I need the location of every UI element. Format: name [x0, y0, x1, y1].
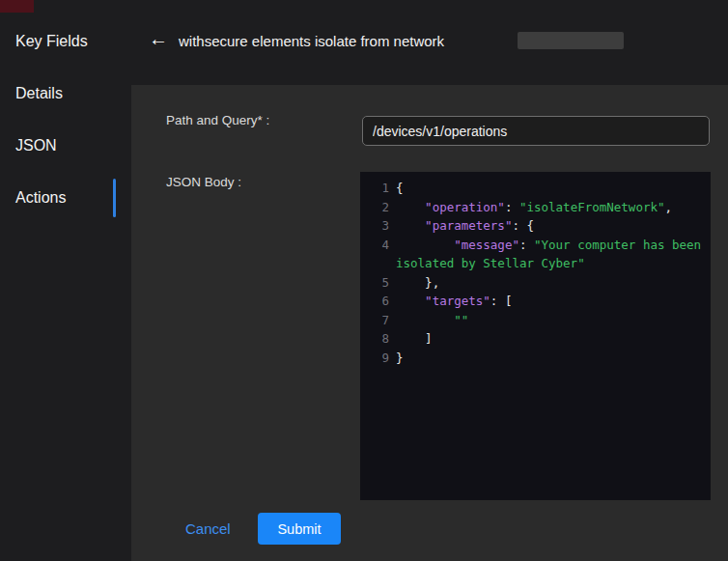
sidebar: Key FieldsDetailsJSONActions — [0, 0, 116, 561]
code-line-content: }, — [396, 273, 703, 293]
code-line: 1{ — [368, 179, 703, 198]
code-line-content: "message": "Your computer has been isola… — [396, 236, 703, 273]
code-line-content: ] — [396, 329, 703, 349]
sidebar-item-details[interactable]: Details — [0, 68, 116, 120]
code-line: 6 "targets": [ — [368, 292, 703, 311]
line-number: 6 — [368, 292, 389, 311]
code-line: 2 "operation": "isolateFromNetwork", — [368, 198, 703, 217]
sidebar-item-json[interactable]: JSON — [0, 120, 116, 172]
path-query-input[interactable] — [362, 116, 710, 146]
sidebar-item-actions[interactable]: Actions — [0, 172, 116, 224]
code-line: 4 "message": "Your computer has been iso… — [368, 236, 703, 273]
line-number: 2 — [368, 198, 389, 217]
code-line-content: "parameters": { — [396, 216, 703, 236]
code-line-content: "operation": "isolateFromNetwork", — [396, 198, 703, 217]
json-body-label: JSON Body : — [166, 175, 241, 189]
path-query-label: Path and Query* : — [166, 113, 269, 127]
cancel-button[interactable]: Cancel — [185, 520, 231, 537]
line-number: 5 — [368, 273, 389, 293]
line-number: 1 — [368, 179, 389, 198]
code-editor[interactable]: 1{2 "operation": "isolateFromNetwork",3 … — [360, 172, 711, 500]
code-line: 9} — [368, 349, 703, 368]
code-line-content: } — [396, 349, 703, 368]
code-line-content: "" — [396, 311, 703, 330]
code-line-content: "targets": [ — [396, 292, 703, 311]
page-title: withsecure elements isolate from network — [179, 33, 444, 49]
submit-button[interactable]: Submit — [258, 513, 341, 545]
back-arrow-icon[interactable]: ← — [149, 28, 168, 49]
code-line: 7 "" — [368, 311, 703, 330]
line-number: 4 — [368, 236, 389, 273]
code-line: 5 }, — [368, 273, 703, 293]
code-line: 8 ] — [368, 329, 703, 349]
line-number: 7 — [368, 311, 389, 330]
sidebar-item-key-fields[interactable]: Key Fields — [0, 15, 116, 68]
code-line: 3 "parameters": { — [368, 216, 703, 236]
line-number: 3 — [368, 216, 389, 236]
main-panel: Path and Query* : JSON Body : 1{2 "opera… — [131, 85, 728, 561]
code-line-content: { — [396, 179, 703, 198]
line-number: 9 — [368, 349, 389, 368]
line-number: 8 — [368, 329, 389, 349]
redacted-text-block — [518, 32, 624, 49]
